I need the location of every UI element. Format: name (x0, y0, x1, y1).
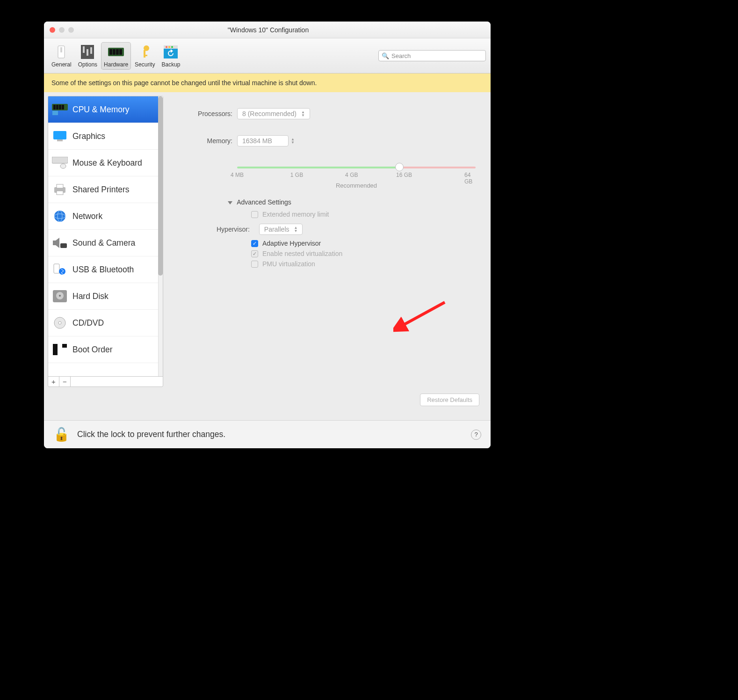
tab-label: Security (135, 61, 155, 68)
recommended-label: Recommended (237, 182, 476, 189)
hard-disk-icon (52, 290, 68, 303)
sidebar-item-usb-bluetooth[interactable]: USB & Bluetooth (48, 256, 163, 283)
svg-point-16 (168, 46, 170, 48)
svg-rect-31 (57, 191, 63, 195)
checkbox-icon (251, 211, 258, 218)
svg-point-42 (58, 321, 61, 324)
tab-label: General (51, 61, 72, 68)
sidebar-item-label: Network (72, 211, 102, 221)
tab-options[interactable]: Options (75, 42, 100, 70)
tab-general[interactable]: General (49, 42, 74, 70)
svg-rect-47 (58, 344, 62, 348)
sidebar-item-cd-dvd[interactable]: CD/DVD (48, 310, 163, 336)
svg-rect-10 (119, 49, 122, 55)
processors-value: 8 (Recommended) (242, 110, 297, 117)
help-button[interactable]: ? (471, 430, 481, 440)
cpu-memory-panel: Processors: 8 (Recommended) ▲▼ Memory: 1… (172, 96, 491, 387)
general-icon (53, 44, 69, 60)
sidebar-item-label: CPU & Memory (72, 105, 130, 115)
svg-point-40 (59, 295, 61, 297)
tab-hardware[interactable]: Hardware (101, 42, 131, 70)
svg-point-28 (60, 164, 66, 168)
svg-rect-8 (113, 49, 116, 55)
sidebar-item-cpu-memory[interactable]: CPU & Memory (48, 96, 163, 123)
svg-rect-5 (90, 47, 92, 54)
svg-point-32 (54, 211, 65, 222)
svg-rect-23 (62, 105, 64, 109)
scrollbar-thumb[interactable] (158, 96, 163, 276)
restore-defaults-button[interactable]: Restore Defaults (420, 394, 479, 406)
hardware-icon (108, 44, 124, 60)
sidebar-item-mouse-keyboard[interactable]: Mouse & Keyboard (48, 150, 163, 176)
svg-line-48 (400, 302, 445, 327)
tick: 4 MB (231, 172, 244, 178)
svg-rect-20 (53, 105, 56, 109)
nested-virtualization-label: Enable nested virtualization (262, 250, 342, 257)
memory-label: Memory: (172, 137, 232, 145)
pmu-virtualization-checkbox[interactable]: PMU virtualization (251, 260, 476, 268)
sidebar-item-label: Shared Printers (72, 185, 130, 195)
configuration-window: "Windows 10" Configuration General Optio… (44, 22, 491, 448)
sidebar-item-network[interactable]: Network (48, 203, 163, 230)
advanced-settings-toggle[interactable]: Advanced Settings (228, 198, 476, 206)
hypervisor-value: Parallels (264, 226, 289, 233)
checkbox-icon (251, 261, 258, 268)
remove-device-button[interactable]: − (59, 377, 71, 386)
sidebar-item-boot-order[interactable]: Boot Order (48, 336, 163, 363)
svg-rect-13 (144, 55, 147, 56)
slider-knob[interactable] (395, 163, 404, 171)
advanced-title: Advanced Settings (237, 198, 291, 206)
sound-camera-icon (52, 236, 68, 249)
svg-rect-4 (87, 49, 88, 56)
extended-memory-checkbox[interactable]: Extended memory limit (251, 211, 476, 218)
security-icon (137, 44, 153, 60)
svg-rect-9 (116, 49, 119, 55)
search-input[interactable]: 🔍 Search (378, 50, 486, 61)
lock-icon[interactable]: 🔓 (53, 427, 70, 442)
hypervisor-label: Hypervisor: (217, 226, 250, 233)
boot-order-icon (52, 343, 68, 356)
svg-rect-36 (54, 264, 59, 273)
memory-stepper[interactable]: ▲▼ (291, 138, 295, 144)
sidebar-item-label: Mouse & Keyboard (72, 158, 142, 168)
titlebar: "Windows 10" Configuration (44, 22, 491, 38)
nested-virtualization-checkbox[interactable]: ✓ Enable nested virtualization (251, 250, 476, 257)
cd-dvd-icon (52, 316, 68, 329)
svg-rect-30 (57, 184, 63, 188)
svg-rect-25 (53, 131, 66, 139)
search-placeholder: Search (391, 52, 411, 59)
tab-label: Options (78, 61, 97, 68)
memory-input[interactable]: 16384 MB (237, 135, 289, 146)
warning-banner: Some of the settings on this page cannot… (44, 73, 491, 92)
tab-backup[interactable]: Backup (159, 42, 183, 70)
sidebar-item-shared-printers[interactable]: Shared Printers (48, 176, 163, 203)
backup-icon (163, 44, 179, 60)
lock-text: Click the lock to prevent further change… (77, 430, 225, 439)
toolbar: General Options Hardware Security Backup… (44, 38, 491, 73)
scrollbar-track[interactable] (158, 96, 163, 376)
svg-rect-22 (59, 105, 61, 109)
mouse-keyboard-icon (52, 156, 68, 169)
sidebar-item-hard-disk[interactable]: Hard Disk (48, 283, 163, 310)
svg-point-17 (171, 46, 173, 48)
hardware-sidebar: CPU & Memory Graphics Mouse & Keyboard S… (48, 96, 163, 387)
svg-rect-1 (60, 47, 62, 52)
memory-slider[interactable]: 4 MB 1 GB 4 GB 16 GB 64 GB (237, 165, 476, 179)
svg-point-15 (166, 46, 167, 48)
processors-select[interactable]: 8 (Recommended) ▲▼ (237, 108, 310, 119)
svg-rect-24 (52, 111, 58, 115)
svg-rect-35 (60, 243, 67, 248)
sidebar-item-label: Boot Order (72, 345, 113, 355)
extended-memory-label: Extended memory limit (262, 211, 329, 218)
usb-bluetooth-icon (52, 263, 68, 276)
hypervisor-select[interactable]: Parallels ▲▼ (259, 224, 303, 235)
sidebar-item-sound-camera[interactable]: Sound & Camera (48, 230, 163, 256)
svg-rect-26 (57, 139, 63, 141)
tab-security[interactable]: Security (132, 42, 158, 70)
tab-label: Hardware (104, 61, 128, 68)
search-icon: 🔍 (382, 52, 389, 59)
add-device-button[interactable]: + (48, 377, 59, 386)
sidebar-item-graphics[interactable]: Graphics (48, 123, 163, 150)
adaptive-hypervisor-checkbox[interactable]: ✓ Adaptive Hypervisor (251, 240, 476, 247)
checkbox-checked-icon: ✓ (251, 240, 258, 247)
